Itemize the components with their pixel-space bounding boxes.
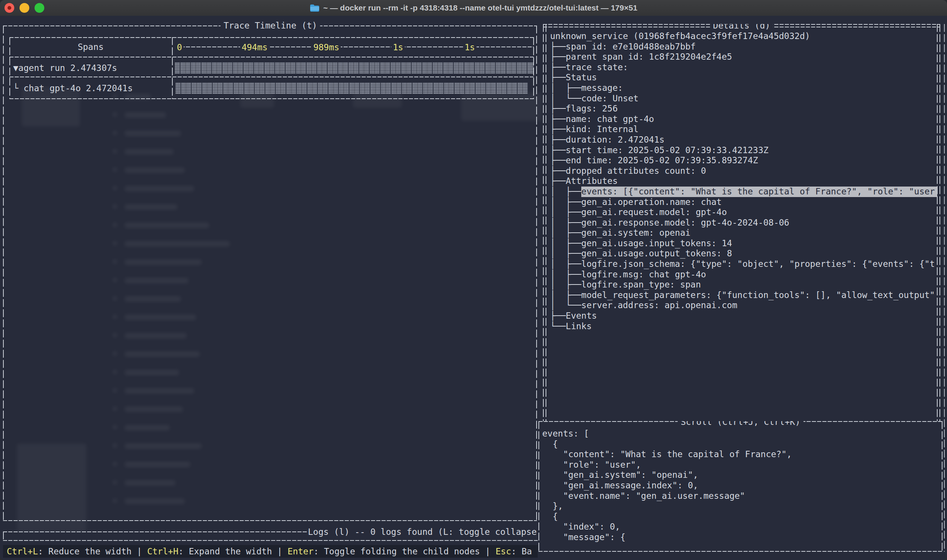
details-tree-line[interactable]: └──Links [550, 321, 937, 332]
details-tree-line[interactable]: │ ├──gen_ai.usage.input_tokens: 14 [550, 238, 937, 249]
span-duration-bar[interactable] [176, 83, 528, 94]
status-key: Enter [288, 546, 314, 556]
scroll-panel[interactable]: Scroll (Ctrl+J, Ctrl+K) events: [ { "con… [539, 421, 942, 552]
span-row-label[interactable]: ▼agent run 2.474307s [13, 62, 117, 74]
scroll-json-line: { [542, 439, 939, 450]
details-tree-line[interactable]: ├──duration: 2.472041s [550, 135, 937, 145]
scroll-json-line: events: [ [542, 429, 939, 439]
details-tree-line[interactable]: │ └──server.address: api.openai.com [550, 300, 937, 311]
details-tree-line[interactable]: │ ├──gen_ai.system: openai [550, 228, 937, 238]
ruler-tick: 0 [176, 42, 183, 52]
details-panel-title: Details (d) [710, 24, 773, 31]
details-tree-line[interactable]: │ ├──model_request_parameters: {"functio… [550, 290, 937, 301]
details-tree-line[interactable]: ├──flags: 256 [550, 104, 937, 114]
ruler-tick: 1s [463, 42, 476, 52]
status-desc: : Toggle folding the child nodes | [314, 546, 496, 556]
logs-panel-title: Logs (l) -- 0 logs found (L: toggle coll… [308, 527, 538, 537]
ruler-tick: 494ms [240, 42, 269, 52]
status-key: Esc [496, 546, 511, 556]
window-title: ~ — docker run --rm -it -p 4318:4318 --n… [323, 3, 637, 12]
details-panel[interactable]: Details (d) unknown_service (01968fefb4a… [543, 24, 940, 421]
scroll-panel-title: Scroll (Ctrl+J, Ctrl+K) [678, 421, 804, 427]
details-tree-line[interactable]: ├──trace state: [550, 62, 937, 73]
details-tree-line[interactable]: ├──kind: Internal [550, 124, 937, 135]
details-tree-line[interactable]: ├──name: chat gpt-4o [550, 114, 937, 125]
terminal-content: Trace Timeline (t) Spans 0494ms989ms1s1s… [0, 16, 947, 560]
details-tree-line[interactable]: │ ├──gen_ai.request.model: gpt-4o [550, 207, 937, 218]
scroll-json-line: "message": { [542, 532, 939, 543]
details-tree-line[interactable]: ├──dropped attributes count: 0 [550, 166, 937, 176]
details-tree-line[interactable]: │ └──code: Unset [550, 94, 937, 104]
details-tree-line[interactable]: │ ├──logfire.json_schema: {"type": "obje… [550, 259, 937, 269]
scroll-json-line: "role": "user", [542, 460, 939, 470]
scroll-json-line: "gen_ai.message.index": 0, [542, 480, 939, 491]
scroll-json-line: }, [542, 501, 939, 512]
span-row-label[interactable]: └ chat gpt-4o 2.472041s [13, 83, 133, 94]
details-tree-line[interactable]: ├──parent span id: 1c8f219204e2f4e5 [550, 52, 937, 62]
details-tree-line[interactable]: ├──Attributes [550, 176, 937, 186]
right-edge-line [944, 24, 945, 552]
details-tree-line[interactable]: unknown_service (01968fefb4acec3f9fef17e… [550, 31, 937, 42]
details-tree-line[interactable]: │ ├──message: [550, 83, 937, 94]
status-key: Ctrl+H [147, 546, 179, 556]
minimize-button[interactable] [20, 3, 29, 13]
spans-column-header: Spans [9, 42, 172, 52]
fullscreen-button[interactable] [35, 3, 44, 13]
status-desc: : Ba [511, 546, 532, 556]
status-bar: Ctrl+L: Reduce the width | Ctrl+H: Expan… [3, 545, 538, 558]
details-tree-line[interactable]: │ ├──gen_ai.usage.output_tokens: 8 [550, 248, 937, 259]
ruler-tick: 1s [391, 42, 405, 52]
scroll-json-view[interactable]: events: [ { "content": "What is the capi… [542, 429, 939, 543]
details-tree-line[interactable]: ├──span id: e7e10d488eab7bbf [550, 42, 937, 52]
close-button[interactable] [5, 3, 14, 13]
details-tree-line[interactable]: │ ├──gen_ai.response.model: gpt-4o-2024-… [550, 218, 937, 228]
scroll-json-line: { [542, 512, 939, 522]
ruler-tick: 989ms [312, 42, 340, 52]
status-key: Ctrl+L [7, 546, 38, 556]
scroll-json-line: "index": 0, [542, 522, 939, 532]
status-desc: : Expand the width | [179, 546, 288, 556]
details-tree-line[interactable]: ├──Status [550, 72, 937, 83]
details-tree-line[interactable]: │ ├──gen_ai.operation.name: chat [550, 197, 937, 208]
scroll-json-line: "content": "What is the capital of Franc… [542, 449, 939, 460]
details-tree-line[interactable]: ├──start time: 2025-05-02 07:39:33.42123… [550, 145, 937, 156]
folder-icon [310, 4, 320, 12]
details-tree[interactable]: unknown_service (01968fefb4acec3f9fef17e… [550, 31, 937, 331]
details-tree-line[interactable]: │ ├──logfire.msg: chat gpt-4o [550, 269, 937, 280]
details-tree-line-selected[interactable]: │ ├──events: [{"content": "What is the c… [550, 186, 937, 197]
trace-timeline-title: Trace Timeline (t) [220, 21, 320, 31]
details-tree-line[interactable]: ├──Events [550, 311, 937, 321]
scroll-json-line: "gen_ai.system": "openai", [542, 470, 939, 480]
traffic-lights [5, 0, 44, 16]
status-desc: : Reduce the width | [38, 546, 147, 556]
span-duration-bar[interactable] [175, 62, 534, 74]
details-tree-line[interactable]: ├──end time: 2025-05-02 07:39:35.893274Z [550, 155, 937, 166]
scroll-json-line: "event.name": "gen_ai.user.message" [542, 491, 939, 502]
window-titlebar: ~ — docker run --rm -it -p 4318:4318 --n… [0, 0, 947, 16]
terminal-window: ~ — docker run --rm -it -p 4318:4318 --n… [0, 0, 947, 560]
details-tree-line[interactable]: │ ├──logfire.span_type: span [550, 280, 937, 290]
